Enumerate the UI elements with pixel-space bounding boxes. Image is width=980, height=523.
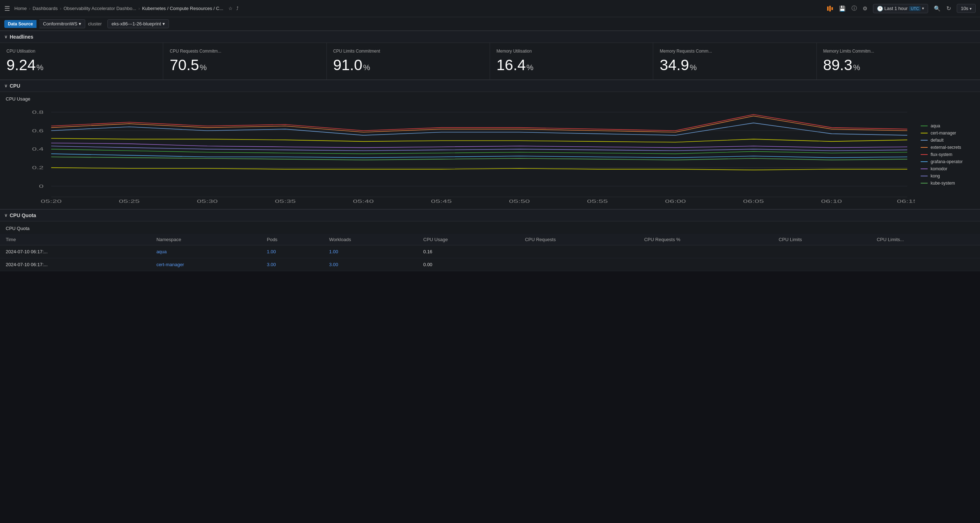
svg-text:05:25: 05:25: [119, 199, 140, 203]
breadcrumb: Home › Dashboards › Observability Accele…: [14, 6, 824, 11]
legend-color-kong: [921, 176, 928, 176]
sep1: ›: [29, 6, 30, 11]
save-icon[interactable]: 💾: [839, 5, 846, 12]
svg-text:06:15: 06:15: [897, 199, 915, 203]
legend-item-cert-manager[interactable]: cert-manager: [921, 130, 974, 135]
headline-unit-4: %: [690, 63, 697, 72]
headline-number-1: 70.5: [170, 57, 199, 74]
col-header-1[interactable]: Namespace: [151, 234, 261, 245]
cell-r0-c5: [519, 245, 638, 258]
col-header-8[interactable]: CPU Limits...: [871, 234, 980, 245]
cell-r0-c8: [871, 245, 980, 258]
topnav-right: 💾 ⓘ ⚙ 🕐 Last 1 hour UTC ▾ 🔍 ↻ 10s ▾: [827, 4, 976, 13]
cluster-value: eks-x86---1-26-blueprint: [111, 21, 161, 27]
cpu-section-label: CPU: [10, 83, 21, 89]
legend-label-flux-system: flux-system: [931, 152, 953, 157]
headline-title-4: Memory Requests Comm...: [660, 49, 810, 54]
col-header-3[interactable]: Workloads: [323, 234, 417, 245]
col-header-4[interactable]: CPU Usage: [418, 234, 519, 245]
svg-text:05:50: 05:50: [509, 199, 530, 203]
col-header-5[interactable]: CPU Requests: [519, 234, 638, 245]
cpu-quota-section-header[interactable]: ∨ CPU Quota: [0, 209, 980, 221]
headline-value-4: 34.9%: [660, 57, 810, 74]
legend-color-flux-system: [921, 154, 928, 155]
sep3: ›: [138, 6, 140, 11]
table-body: 2024-07-10 06:17:...aqua1.001.000.162024…: [0, 245, 980, 271]
cell-r0-c0: 2024-07-10 06:17:...: [0, 245, 151, 258]
cell-r1-c5: [519, 258, 638, 271]
cell-r1-c1[interactable]: cert-manager: [151, 258, 261, 271]
cpu-chart-svg: 0.8 0.6 0.4 0.2 0 05:20 05:25 05:30 05:3…: [6, 105, 915, 205]
legend-item-aqua[interactable]: aqua: [921, 123, 974, 129]
legend-item-default[interactable]: default: [921, 138, 974, 143]
star-icon[interactable]: ☆: [228, 6, 233, 11]
table-header: TimeNamespacePodsWorkloadsCPU UsageCPU R…: [0, 234, 980, 245]
legend-item-external-secrets[interactable]: external-secrets: [921, 145, 974, 150]
legend-color-aqua: [921, 126, 928, 126]
breadcrumb-dashboards[interactable]: Dashboards: [33, 6, 57, 11]
legend-color-grafana-operator: [921, 161, 928, 162]
time-picker[interactable]: 🕐 Last 1 hour UTC ▾: [873, 4, 929, 13]
breadcrumb-observability[interactable]: Observability Accelerator Dashbo...: [64, 6, 136, 11]
headline-value-5: 89.3%: [823, 57, 974, 74]
headline-card-5: Memory Limits Commitm... 89.3%: [817, 43, 980, 79]
headline-value-1: 70.5%: [170, 57, 320, 74]
legend-item-flux-system[interactable]: flux-system: [921, 152, 974, 157]
headline-unit-2: %: [363, 63, 370, 72]
refresh-icon[interactable]: ↻: [947, 5, 951, 12]
grafana-icon[interactable]: [827, 5, 833, 12]
col-header-7[interactable]: CPU Limits: [773, 234, 871, 245]
svg-text:0.8: 0.8: [32, 110, 43, 114]
info-icon[interactable]: ⓘ: [851, 5, 857, 12]
col-header-0[interactable]: Time: [0, 234, 151, 245]
table-row-0: 2024-07-10 06:17:...aqua1.001.000.16: [0, 245, 980, 258]
headline-unit-3: %: [527, 63, 534, 72]
legend-item-komodor[interactable]: komodor: [921, 166, 974, 171]
col-header-6[interactable]: CPU Requests %: [638, 234, 773, 245]
legend-color-external-secrets: [921, 147, 928, 148]
svg-text:0.6: 0.6: [32, 129, 43, 133]
cell-r1-c3: 3.00: [323, 258, 417, 271]
legend-item-kong[interactable]: kong: [921, 173, 974, 178]
cluster-label: cluster: [88, 20, 105, 28]
col-header-2[interactable]: Pods: [261, 234, 323, 245]
cell-r0-c4: 0.16: [418, 245, 519, 258]
cell-r0-c7: [773, 245, 871, 258]
cell-r0-c3: 1.00: [323, 245, 417, 258]
svg-text:05:55: 05:55: [587, 199, 608, 203]
chevron-down-icon-refresh: ▾: [970, 6, 972, 11]
hamburger-icon[interactable]: ☰: [4, 5, 10, 13]
share-icon[interactable]: ⤴: [236, 6, 239, 11]
datasource-select[interactable]: ConformitronWS ▾: [39, 19, 85, 28]
sep2: ›: [60, 6, 61, 11]
cpu-usage-panel: CPU Usage 0.8 0.6 0.4 0.2 0 05:20 05:25: [0, 92, 980, 209]
clock-icon: 🕐: [877, 6, 883, 11]
table-header-row: TimeNamespacePodsWorkloadsCPU UsageCPU R…: [0, 234, 980, 245]
headline-card-2: CPU Limits Commitment 91.0%: [327, 43, 490, 79]
svg-rect-2: [832, 7, 833, 10]
cpu-chevron-icon: ∨: [4, 83, 8, 88]
chevron-down-icon: ▾: [922, 6, 924, 11]
cpu-usage-title: CPU Usage: [6, 96, 974, 102]
legend-item-kube-system[interactable]: kube-system: [921, 181, 974, 186]
svg-text:0.4: 0.4: [32, 147, 43, 151]
headlines-section-label: Headlines: [10, 34, 33, 40]
headline-title-2: CPU Limits Commitment: [333, 49, 483, 54]
settings-icon[interactable]: ⚙: [862, 5, 867, 12]
legend-item-grafana-operator[interactable]: grafana-operator: [921, 159, 974, 164]
cell-r1-c6: [638, 258, 773, 271]
headline-card-4: Memory Requests Comm... 34.9%: [653, 43, 816, 79]
legend-label-kong: kong: [931, 173, 940, 178]
svg-text:06:10: 06:10: [821, 199, 842, 203]
refresh-interval-select[interactable]: 10s ▾: [957, 4, 976, 13]
cell-r1-c7: [773, 258, 871, 271]
cluster-select[interactable]: eks-x86---1-26-blueprint ▾: [107, 19, 169, 28]
headlines-section-header[interactable]: ∨ Headlines: [0, 31, 980, 43]
cpu-section-header[interactable]: ∨ CPU: [0, 80, 980, 92]
svg-text:05:35: 05:35: [275, 199, 296, 203]
zoom-out-icon[interactable]: 🔍: [934, 5, 941, 12]
headline-number-4: 34.9: [660, 57, 689, 74]
cell-r0-c1[interactable]: aqua: [151, 245, 261, 258]
headline-number-3: 16.4: [496, 57, 526, 74]
breadcrumb-home[interactable]: Home: [14, 6, 27, 11]
